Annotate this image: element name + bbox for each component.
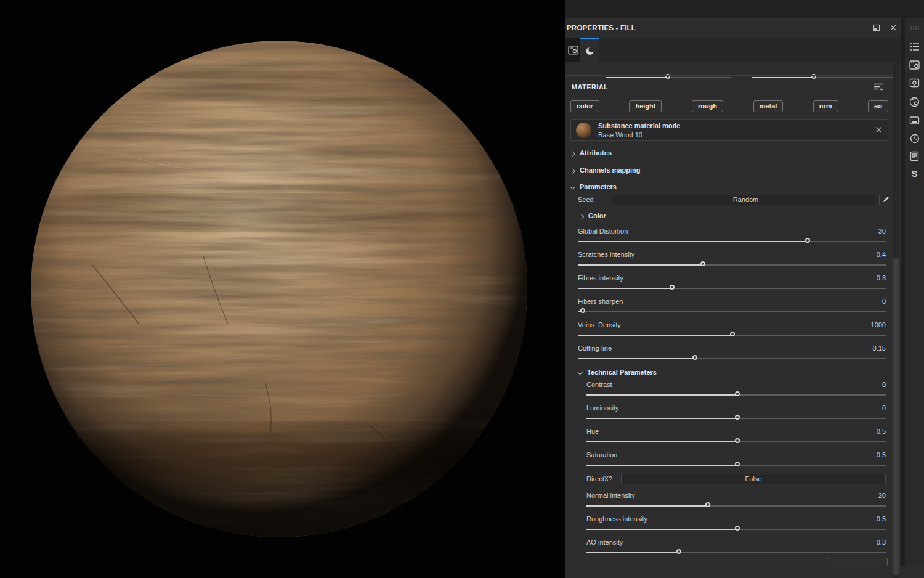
tab-material-preview[interactable]: [580, 38, 599, 62]
param-row-fibres-intensity: Fibres intensity 0.3: [578, 274, 886, 282]
slider-handle[interactable]: [735, 526, 740, 531]
slider-roughness-intensity[interactable]: [586, 525, 886, 533]
param-value[interactable]: 0: [882, 404, 886, 412]
properties-list-icon[interactable]: [909, 41, 920, 52]
param-value[interactable]: 0.5: [877, 515, 886, 523]
substance-logo-icon[interactable]: S: [909, 168, 920, 179]
param-value[interactable]: 0: [882, 381, 886, 388]
dock-grip-handle[interactable]: [910, 26, 919, 30]
slider-scratches-intensity[interactable]: [578, 261, 886, 269]
section-parameters[interactable]: Parameters: [570, 183, 617, 192]
param-value[interactable]: 0: [882, 298, 886, 305]
param-value[interactable]: 30: [878, 227, 886, 235]
shader-settings-icon[interactable]: [909, 97, 920, 107]
slider-global-distortion[interactable]: [578, 237, 886, 245]
param-value[interactable]: 20: [878, 492, 886, 499]
section-label: Parameters: [580, 183, 617, 190]
display-icon[interactable]: [909, 115, 920, 126]
section-channels-mapping[interactable]: Channels mapping: [570, 166, 640, 175]
slider-handle[interactable]: [700, 261, 705, 266]
slider-fill: [586, 529, 737, 530]
viewer-settings-icon[interactable]: [909, 78, 920, 89]
channel-rough-button[interactable]: rough: [692, 100, 723, 112]
param-row-fibers-sharpen: Fibers sharpen 0: [578, 298, 886, 306]
scrollbar-thumb[interactable]: [893, 258, 899, 575]
slider-handle[interactable]: [676, 549, 681, 554]
param-row-global-distortion: Global Distortion 30: [578, 227, 886, 235]
param-value[interactable]: 0.5: [877, 428, 886, 435]
slider-handle[interactable]: [670, 285, 675, 290]
channel-color-button[interactable]: color: [570, 100, 599, 112]
section-technical-parameters[interactable]: Technical Parameters: [578, 368, 657, 377]
slider-handle[interactable]: [580, 308, 585, 313]
dock-gap: [901, 18, 905, 566]
slider-fill: [586, 441, 737, 442]
slider-handle[interactable]: [735, 391, 740, 396]
slider-handle[interactable]: [735, 415, 740, 420]
peek-slider[interactable]: [752, 73, 893, 81]
section-color[interactable]: Color: [579, 212, 606, 221]
param-value[interactable]: 1000: [871, 321, 886, 328]
channel-height-button[interactable]: height: [629, 100, 662, 112]
slider-fibers-sharpen[interactable]: [578, 307, 886, 315]
channel-ao-button[interactable]: ao: [868, 100, 888, 112]
param-label: Luminosity: [586, 404, 619, 412]
param-label: AO intensity: [586, 539, 623, 546]
param-value[interactable]: 0.4: [877, 251, 886, 258]
slider-fibres-intensity[interactable]: [578, 284, 886, 292]
edit-pencil-icon[interactable]: [882, 195, 890, 203]
peek-slider[interactable]: [606, 73, 731, 81]
channel-metal-button[interactable]: metal: [753, 100, 784, 112]
slider-fill: [606, 77, 668, 78]
section-label: Color: [588, 212, 606, 219]
material-mode-box[interactable]: Substance material mode Base Wood 10: [570, 119, 888, 141]
clipped-button[interactable]: [827, 558, 888, 566]
seed-random-button[interactable]: Random: [612, 195, 880, 205]
slider-handle[interactable]: [735, 438, 740, 443]
slider-veins-density[interactable]: [578, 331, 886, 339]
slider-saturation[interactable]: [586, 461, 886, 469]
material-section-title: MATERIAL: [572, 83, 608, 91]
slider-luminosity[interactable]: [586, 414, 886, 422]
slider-fill: [586, 465, 737, 466]
slider-contrast[interactable]: [586, 391, 886, 399]
history-icon[interactable]: [909, 133, 920, 144]
chevron-right-icon: [570, 151, 575, 156]
slider-fill: [578, 241, 808, 242]
section-attributes[interactable]: Attributes: [570, 149, 612, 158]
slider-handle[interactable]: [705, 502, 710, 507]
material-menu-icon[interactable]: [873, 83, 883, 91]
tab-properties-settings[interactable]: [565, 38, 580, 62]
slider-hue[interactable]: [586, 438, 886, 446]
directx-toggle-button[interactable]: False: [621, 474, 886, 484]
chevron-down-icon: [577, 370, 582, 375]
display-settings-icon[interactable]: [909, 60, 920, 70]
dock-top-strip: [565, 0, 924, 18]
slider-handle[interactable]: [692, 355, 697, 360]
slider-handle[interactable]: [805, 238, 810, 243]
channel-nrm-button[interactable]: nrm: [813, 100, 838, 112]
panel-scrollbar[interactable]: [893, 62, 899, 578]
param-label: Fibres intensity: [578, 274, 623, 282]
slider-ao-intensity[interactable]: [586, 548, 886, 556]
param-label: Cutting line: [578, 344, 612, 352]
param-value[interactable]: 0.5: [877, 451, 886, 458]
param-value[interactable]: 0.3: [877, 539, 886, 546]
slider-handle[interactable]: [730, 332, 735, 336]
slider-fill: [578, 264, 703, 266]
close-icon[interactable]: [889, 23, 898, 32]
float-window-icon[interactable]: [872, 23, 881, 32]
panel-tabbar: [565, 38, 901, 62]
param-value[interactable]: 0.3: [877, 274, 886, 282]
slider-track[interactable]: [578, 311, 886, 312]
viewport-3d[interactable]: [0, 0, 565, 578]
slider-cutting-line[interactable]: [578, 354, 886, 362]
param-label: Global Distortion: [578, 227, 628, 235]
slider-normal-intensity[interactable]: [586, 502, 886, 510]
param-label: Scratches intensity: [578, 251, 634, 258]
log-icon[interactable]: [909, 151, 920, 161]
remove-material-icon[interactable]: [875, 126, 883, 134]
param-value[interactable]: 0.15: [873, 344, 886, 352]
slider-handle[interactable]: [735, 462, 740, 466]
slider-fill: [586, 394, 737, 396]
